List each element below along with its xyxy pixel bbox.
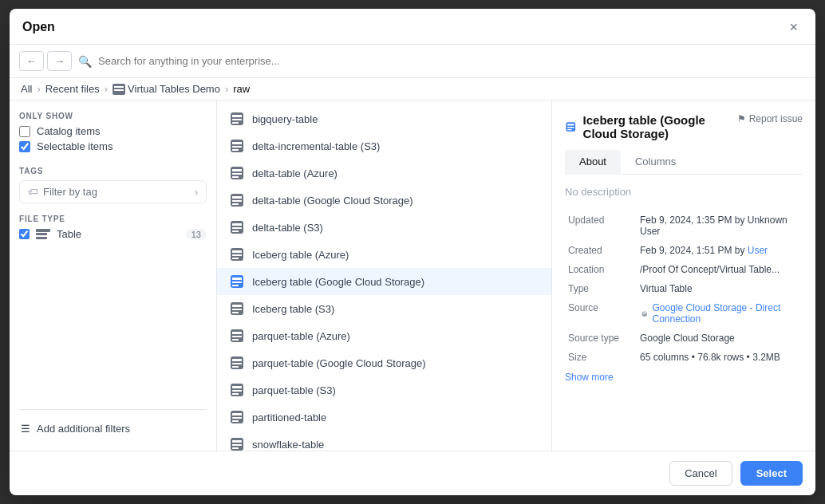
search-icon: 🔍 xyxy=(78,55,92,68)
breadcrumb: All › Recent files › Virtual Tables Demo… xyxy=(10,78,815,100)
file-list-item[interactable]: Iceberg table (S3) xyxy=(217,295,551,322)
svg-rect-33 xyxy=(232,285,239,286)
table-type-checkbox[interactable] xyxy=(19,229,30,239)
add-filters-section: ☰ Add additional filters xyxy=(19,409,207,439)
report-issue-label: Report issue xyxy=(749,113,803,124)
file-list-item[interactable]: delta-table (Google Cloud Storage) xyxy=(217,187,551,214)
breadcrumb-all[interactable]: All xyxy=(21,83,32,95)
svg-rect-32 xyxy=(232,282,242,283)
cloud-icon xyxy=(640,308,649,319)
file-list-item[interactable]: partitioned-table xyxy=(217,404,551,431)
updated-value: Feb 9, 2024, 1:35 PM by Unknown User xyxy=(637,211,803,241)
close-button[interactable]: × xyxy=(784,18,803,36)
created-user-link[interactable]: User xyxy=(748,245,768,256)
file-list-item[interactable]: bigquery-table xyxy=(217,105,551,132)
svg-rect-40 xyxy=(232,336,242,337)
file-list-item[interactable]: parquet-table (Azure) xyxy=(217,322,551,349)
svg-rect-61 xyxy=(567,129,572,130)
filter-icon: ☰ xyxy=(21,423,30,435)
file-list-item[interactable]: snowflake-table xyxy=(217,431,551,451)
tags-section: TAGS 🏷 Filter by tag › xyxy=(19,167,207,203)
svg-rect-59 xyxy=(567,124,574,125)
svg-rect-2 xyxy=(114,89,124,91)
search-bar: ← → 🔍 xyxy=(10,45,815,78)
size-row: Size 65 columns • 76.8k rows • 3.2MB xyxy=(565,348,803,367)
report-issue-button[interactable]: ⚑ Report issue xyxy=(737,113,803,124)
svg-rect-1 xyxy=(114,86,124,88)
file-item-name: snowflake-table xyxy=(252,439,324,451)
detail-panel: Iceberg table (Google Cloud Storage) ⚑ R… xyxy=(552,100,815,451)
svg-rect-25 xyxy=(232,230,239,232)
nav-buttons: ← → xyxy=(19,51,72,71)
svg-rect-17 xyxy=(232,176,239,178)
tab-columns[interactable]: Columns xyxy=(621,150,690,175)
file-item-icon xyxy=(230,437,244,451)
file-item-name: Iceberg table (Google Cloud Storage) xyxy=(252,276,424,288)
file-item-icon xyxy=(230,274,244,289)
sidebar: ONLY SHOW Catalog items Selectable items… xyxy=(10,100,217,451)
file-list-item[interactable]: delta-incremental-table (S3) xyxy=(217,132,551,159)
filter-by-tag-button[interactable]: 🏷 Filter by tag › xyxy=(19,180,207,203)
selectable-items-checkbox-row[interactable]: Selectable items xyxy=(19,140,207,152)
file-list-item[interactable]: Iceberg table (Google Cloud Storage) xyxy=(217,268,551,295)
file-item-icon xyxy=(230,112,244,126)
updated-label: Updated xyxy=(565,211,637,241)
svg-rect-49 xyxy=(232,393,239,395)
catalog-items-checkbox-row[interactable]: Catalog items xyxy=(19,125,207,137)
file-item-name: delta-table (Azure) xyxy=(252,167,338,179)
file-list-item[interactable]: delta-table (S3) xyxy=(217,214,551,241)
type-value: Virtual Table xyxy=(637,279,803,298)
add-filters-label: Add additional filters xyxy=(37,423,130,435)
file-item-name: delta-incremental-table (S3) xyxy=(252,140,380,152)
chevron-right-icon: › xyxy=(195,186,198,198)
show-more-button[interactable]: Show more xyxy=(565,372,803,383)
add-filters-button[interactable]: ☰ Add additional filters xyxy=(19,418,132,439)
select-button[interactable]: Select xyxy=(740,461,803,486)
svg-rect-45 xyxy=(232,366,239,368)
file-item-name: Iceberg table (S3) xyxy=(252,303,334,315)
breadcrumb-recent-files[interactable]: Recent files xyxy=(45,83,100,95)
file-item-icon xyxy=(230,193,244,207)
size-label: Size xyxy=(565,348,637,367)
svg-rect-56 xyxy=(232,444,242,446)
svg-rect-9 xyxy=(232,122,239,124)
file-list-item[interactable]: parquet-table (S3) xyxy=(217,376,551,404)
svg-point-63 xyxy=(642,311,646,314)
svg-rect-21 xyxy=(232,203,239,205)
file-item-icon xyxy=(230,139,244,153)
only-show-section: ONLY SHOW Catalog items Selectable items xyxy=(19,112,207,156)
source-value: Google Cloud Storage - Direct Connection xyxy=(637,298,803,329)
file-item-icon xyxy=(230,410,244,424)
svg-rect-39 xyxy=(232,332,242,334)
svg-rect-12 xyxy=(232,146,242,148)
file-item-name: parquet-table (S3) xyxy=(252,384,336,396)
breadcrumb-virtual-tables[interactable]: Virtual Tables Demo xyxy=(128,83,220,95)
file-list-item[interactable]: parquet-table (Google Cloud Storage) xyxy=(217,349,551,376)
table-type-icon xyxy=(36,229,50,240)
file-item-name: partitioned-table xyxy=(252,411,326,423)
svg-rect-51 xyxy=(232,413,242,415)
selectable-items-checkbox[interactable] xyxy=(19,141,30,152)
file-type-label: FILE TYPE xyxy=(19,215,207,223)
tab-about[interactable]: About xyxy=(565,150,621,175)
file-list-item[interactable]: delta-table (Azure) xyxy=(217,159,551,187)
svg-rect-57 xyxy=(232,447,239,449)
search-input[interactable] xyxy=(98,55,806,67)
meta-table: Updated Feb 9, 2024, 1:35 PM by Unknown … xyxy=(565,211,803,367)
file-list-item[interactable]: Iceberg table (Azure) xyxy=(217,241,551,268)
created-row: Created Feb 9, 2024, 1:51 PM by User xyxy=(565,241,803,260)
svg-rect-8 xyxy=(232,119,242,120)
cancel-button[interactable]: Cancel xyxy=(669,461,732,486)
back-button[interactable]: ← xyxy=(19,51,44,71)
location-value: /Proof Of Concept/Virtual Table... xyxy=(637,260,803,279)
modal-footer: Cancel Select xyxy=(10,451,815,495)
svg-rect-13 xyxy=(232,149,239,151)
flag-icon: ⚑ xyxy=(737,113,746,124)
file-item-icon xyxy=(230,247,244,262)
catalog-items-checkbox[interactable] xyxy=(19,126,30,137)
file-item-name: delta-table (S3) xyxy=(252,222,323,234)
file-item-icon xyxy=(230,301,244,316)
svg-rect-4 xyxy=(36,233,47,235)
source-link[interactable]: Google Cloud Storage - Direct Connection xyxy=(652,302,799,325)
forward-button[interactable]: → xyxy=(47,51,72,71)
